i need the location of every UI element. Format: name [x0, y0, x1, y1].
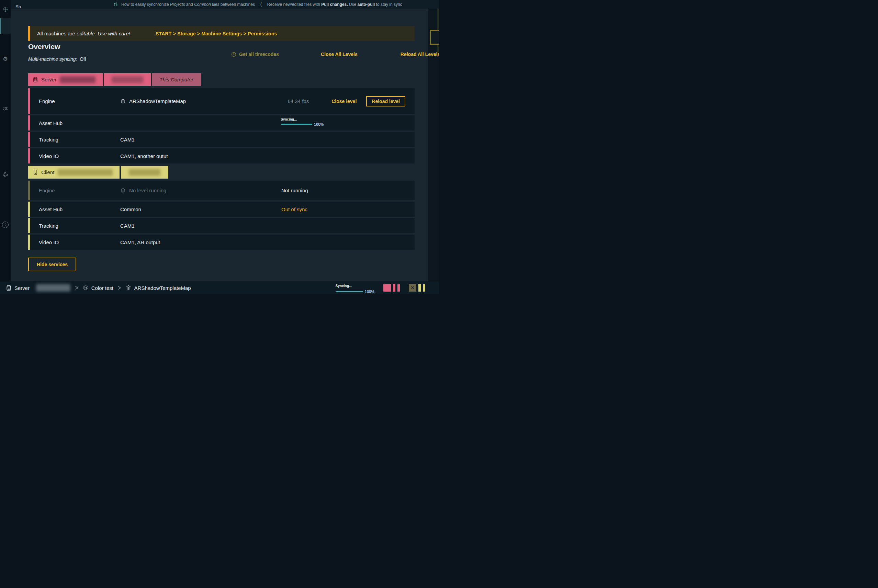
- statusbar-level-label: ARShadowTemplateMap: [134, 285, 191, 291]
- server-asset-hub-row: Asset Hub Syncing... 100%: [28, 116, 414, 130]
- tab-this-computer[interactable]: This Computer: [152, 73, 201, 86]
- breadcrumb[interactable]: START > Storage > Machine Settings > Per…: [156, 31, 277, 36]
- level-layers-icon: [120, 188, 126, 194]
- statusbar-server-name-redacted: [36, 284, 71, 292]
- running-level-name: No level running: [129, 188, 166, 194]
- viewport-cube-icon[interactable]: [0, 6, 11, 12]
- multi-machine-syncing: Multi-machine syncing: Off: [28, 56, 86, 62]
- server-ip-redacted: [112, 76, 143, 83]
- close-x-icon: ✕: [410, 285, 415, 291]
- hide-services-button[interactable]: Hide services: [28, 258, 76, 272]
- close-level-button[interactable]: Close level: [332, 99, 357, 104]
- video-io-value: CAM1, another outut: [120, 153, 168, 159]
- service-label: Video IO: [39, 239, 120, 245]
- background-partial-button: [430, 30, 439, 45]
- sync-status-label: Syncing...: [281, 117, 325, 121]
- sync-progress: Syncing... 100%: [281, 117, 325, 126]
- service-label: Engine: [39, 188, 120, 194]
- service-label: Asset Hub: [39, 120, 120, 126]
- database-icon: [6, 285, 11, 291]
- warning-banner: All machines are editable. Use with care…: [28, 26, 414, 41]
- machine-status-block-client[interactable]: ✕: [409, 284, 416, 292]
- client-asset-hub-row: Asset Hub Common Out of sync: [28, 202, 414, 217]
- server-tracking-row: Tracking CAM1: [28, 132, 414, 147]
- overview-panel: All machines are editable. Use with care…: [11, 9, 428, 281]
- fps-value: 64.34 fps: [288, 98, 309, 104]
- close-all-levels-button[interactable]: Close All Levels: [321, 51, 357, 57]
- machine-status-block-server[interactable]: [383, 284, 391, 292]
- progress-percent: 100%: [314, 122, 324, 126]
- statusbar-project[interactable]: Color test: [83, 285, 113, 291]
- chevron-right-icon: >: [75, 284, 78, 292]
- tip-pull-changes: Receive new/edited files with Pull chang…: [267, 2, 402, 7]
- chevron-right-icon: >: [118, 284, 121, 292]
- server-video-io-row: Video IO CAM1, another outut: [28, 148, 414, 164]
- get-all-timecodes-button[interactable]: Get all timecodes: [231, 51, 279, 57]
- page-title: Overview: [28, 43, 60, 51]
- service-label: Asset Hub: [39, 206, 120, 212]
- service-label: Engine: [39, 98, 120, 104]
- reload-level-button[interactable]: Reload level: [366, 96, 405, 106]
- sliders-icon[interactable]: [0, 106, 11, 112]
- sync-arrows-icon: [113, 2, 118, 7]
- sync-status-badge: Out of sync: [281, 206, 308, 212]
- video-io-value: CAM1, AR output: [120, 239, 160, 245]
- plus-cross-icon[interactable]: [0, 172, 11, 178]
- tab-server-ip[interactable]: [104, 73, 151, 86]
- tab-client-ip[interactable]: [121, 166, 168, 178]
- status-bar: Server > Color test > ARShadowTemplateMa…: [0, 282, 439, 294]
- gear-icon[interactable]: ⚙: [0, 56, 11, 62]
- service-label: Tracking: [39, 223, 120, 229]
- service-label: Tracking: [39, 137, 120, 142]
- level-layers-icon: [126, 285, 131, 291]
- asset-hub-value: Common: [120, 206, 141, 212]
- service-status-bar: [393, 284, 395, 292]
- database-icon: [33, 77, 38, 82]
- help-icon[interactable]: ?: [0, 222, 11, 228]
- app-window: How to easily synchronize Projects and C…: [0, 0, 439, 294]
- reload-all-levels-button[interactable]: Reload All Levels: [401, 51, 439, 57]
- statusbar-sync-progress: Syncing... 100%: [336, 282, 374, 294]
- client-name-redacted: [58, 169, 113, 176]
- service-status-bar: [398, 284, 400, 292]
- progress-percent: 100%: [365, 290, 374, 294]
- service-status-bar: [423, 284, 425, 292]
- statusbar-project-label: Color test: [92, 285, 113, 291]
- tab-server-machine[interactable]: Server: [28, 73, 103, 86]
- tips-text: How to easily synchronize Projects and C…: [113, 0, 402, 9]
- statusbar-level[interactable]: ARShadowTemplateMap: [126, 285, 191, 291]
- tab-client-machine[interactable]: Client: [28, 166, 120, 178]
- tracking-value: CAM1: [120, 137, 135, 142]
- client-tracking-row: Tracking CAM1: [28, 218, 414, 233]
- warning-message: All machines are editable. Use with care…: [37, 31, 130, 36]
- client-video-io-row: Video IO CAM1, AR output: [28, 235, 414, 250]
- progress-bar: [336, 291, 363, 292]
- progress-bar: [281, 124, 312, 125]
- tips-bar: How to easily synchronize Projects and C…: [0, 0, 439, 9]
- statusbar-server[interactable]: Server: [6, 284, 71, 292]
- sidebar: ⚙ ?: [0, 0, 11, 294]
- running-level-name: ARShadowTemplateMap: [129, 98, 186, 104]
- client-ip-redacted: [129, 169, 161, 176]
- this-computer-label: This Computer: [159, 76, 193, 82]
- background-right-strip: [428, 9, 439, 281]
- sidebar-item-active[interactable]: [0, 18, 11, 34]
- service-status-bar: [419, 284, 421, 292]
- client-engine-row: Engine No level running Not running: [28, 181, 414, 200]
- server-engine-row: Engine ARShadowTemplateMap 64.34 fps Clo…: [28, 88, 414, 114]
- statusbar-server-label: Server: [14, 285, 30, 291]
- engine-status: Not running: [281, 188, 308, 194]
- tracking-value: CAM1: [120, 223, 135, 229]
- level-layers-icon: [120, 99, 126, 104]
- clock-icon: [231, 52, 236, 57]
- service-label: Video IO: [39, 153, 120, 159]
- tip-separator-icon: ⟨: [260, 2, 262, 8]
- client-tab-label: Client: [41, 170, 54, 175]
- client-device-icon: [33, 170, 38, 175]
- server-name-redacted: [60, 76, 96, 83]
- tip-sync-files: How to easily synchronize Projects and C…: [121, 2, 255, 7]
- sync-status-label: Syncing...: [336, 284, 352, 288]
- project-globe-icon: [83, 285, 88, 291]
- server-tab-label: Server: [41, 76, 56, 82]
